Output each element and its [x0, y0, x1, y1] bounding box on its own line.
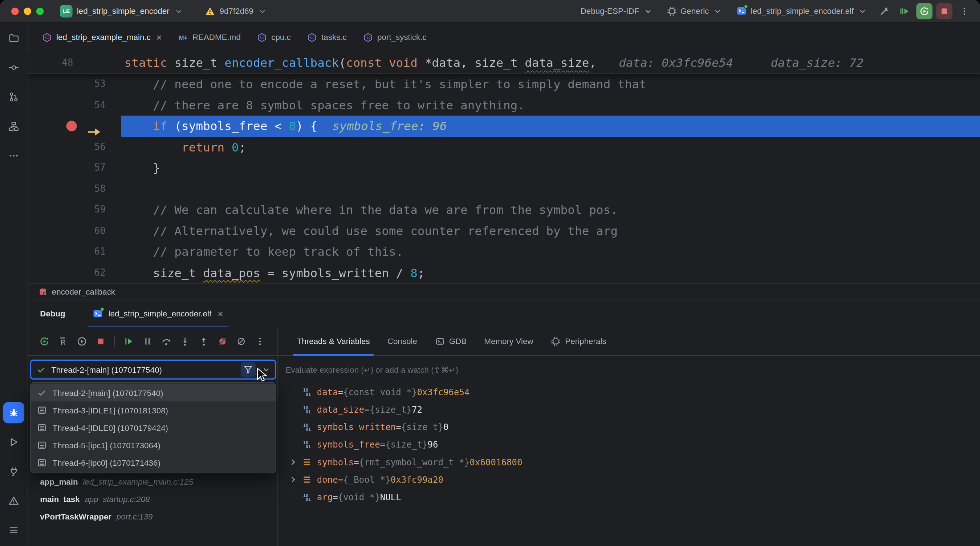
vcs-branch-widget[interactable]: 9d7f2d69 — [202, 4, 272, 18]
tab-readme[interactable]: M README.md — [170, 22, 249, 52]
line-number[interactable]: 58 — [94, 178, 106, 199]
resume-program-button[interactable] — [121, 333, 137, 349]
expand-chevron-icon[interactable] — [288, 457, 302, 467]
sidebar-item-run[interactable] — [3, 431, 24, 453]
gutter[interactable]: 54 — [28, 95, 121, 116]
code-line[interactable]: 54 // there are 8 symbol spaces free to … — [28, 95, 980, 116]
stop-button-titlebar[interactable] — [936, 3, 953, 19]
thread-option[interactable]: Thread-2-[main] (1070177540) — [30, 384, 275, 401]
code-line[interactable]: 56 return 0; — [28, 137, 980, 158]
resume-button[interactable] — [74, 333, 90, 349]
sidebar-item-project[interactable] — [3, 28, 24, 49]
variable-row[interactable]: 1001data_size = {size_t} 72 — [278, 401, 980, 418]
sidebar-item-debug[interactable] — [3, 402, 24, 423]
tab-threads-variables[interactable]: Threads & Variables — [288, 327, 379, 355]
stop-button[interactable] — [92, 333, 109, 349]
gutter[interactable]: 56 — [28, 137, 121, 158]
target-selector[interactable]: Generic — [662, 4, 728, 18]
gutter[interactable]: 57 — [28, 158, 121, 179]
zoom-window-button[interactable] — [36, 7, 44, 15]
gutter[interactable] — [28, 116, 121, 137]
sidebar-item-more[interactable] — [3, 145, 24, 166]
line-number[interactable]: 53 — [94, 74, 106, 95]
gutter[interactable]: 58 — [28, 178, 121, 199]
variable-row[interactable]: symbols = {rmt_symbol_word_t *} 0x600168… — [278, 454, 980, 471]
more-menu-button[interactable] — [956, 3, 973, 19]
thread-option[interactable]: Thread-3-[IDLE1] (1070181308) — [30, 401, 275, 419]
stack-frame[interactable]: main_taskapp_startup.c:208 — [28, 490, 278, 508]
variable-row[interactable]: 1001arg = {void *} NULL — [278, 488, 980, 506]
stack-frame[interactable]: vPortTaskWrapperport.c:139 — [28, 508, 278, 525]
line-number[interactable]: 61 — [94, 241, 106, 262]
project-widget[interactable]: LE led_strip_simple_encoder — [56, 3, 188, 19]
run-environment-selector[interactable]: Debug-ESP-IDF — [576, 4, 658, 18]
filter-threads-button[interactable] — [241, 362, 256, 377]
run-configuration-selector[interactable]: led_strip_simple_encoder.elf — [731, 4, 872, 18]
rerun-debug-button[interactable] — [916, 3, 932, 19]
gutter[interactable]: 59 — [28, 199, 121, 221]
sidebar-item-main-menu[interactable] — [3, 519, 24, 541]
close-session-icon[interactable]: × — [218, 309, 223, 319]
step-into-button[interactable] — [177, 333, 193, 349]
line-number[interactable]: 57 — [94, 158, 106, 179]
tab-peripherals[interactable]: Peripherals — [542, 327, 615, 355]
sidebar-item-structure[interactable] — [3, 116, 24, 137]
line-number[interactable]: 60 — [94, 221, 106, 242]
close-tab-icon[interactable]: × — [156, 33, 162, 42]
variable-row[interactable]: 1001data = {const void *} 0x3fc96e54 — [278, 383, 980, 401]
code-editor[interactable]: 53 // need one to encode a reset, but it… — [28, 53, 980, 283]
debug-session-tab[interactable]: led_strip_simple_encoder.elf × — [88, 300, 228, 327]
line-number[interactable]: 59 — [94, 199, 106, 221]
stack-frame[interactable]: app_mainled_strip_example_main.c:125 — [28, 473, 278, 490]
tab-led-strip-example-main[interactable]: C led_strip_example_main.c × — [34, 22, 170, 52]
tab-port-systick[interactable]: C port_systick.c — [355, 22, 434, 52]
code-line[interactable]: 57 } — [28, 158, 980, 179]
evaluate-expression-input[interactable]: Evaluate expression (↵) or add a watch (… — [278, 356, 980, 383]
resume-button-titlebar[interactable] — [896, 3, 912, 19]
code-line[interactable]: 61 // parameter to keep track of this. — [28, 241, 980, 262]
rerun-button[interactable] — [36, 333, 52, 349]
pause-button[interactable] — [140, 333, 156, 349]
breadcrumb-function[interactable]: encoder_callback — [52, 287, 115, 296]
minimize-window-button[interactable] — [24, 7, 31, 15]
close-window-button[interactable] — [11, 7, 19, 15]
tab-memory-view[interactable]: Memory View — [475, 327, 542, 355]
gutter[interactable]: 62 — [28, 262, 121, 283]
tab-console[interactable]: Console — [379, 327, 426, 355]
line-number[interactable]: 54 — [94, 95, 106, 116]
expand-chevron-icon[interactable] — [288, 474, 302, 485]
variable-row[interactable]: 1001symbols_free = {size_t} 96 — [278, 436, 980, 454]
reset-button[interactable]: R — [55, 333, 71, 349]
sidebar-item-branches[interactable] — [3, 86, 24, 108]
line-number[interactable]: 62 — [94, 262, 106, 283]
mute-breakpoints-button[interactable] — [214, 333, 231, 349]
code-line[interactable]: 58 — [28, 178, 980, 199]
sidebar-item-serial-monitor[interactable] — [3, 461, 24, 482]
code-line[interactable]: 59 // We can calculate where in the data… — [28, 199, 980, 221]
step-over-button[interactable] — [158, 333, 174, 349]
thread-option[interactable]: Thread-5-[ipc1] (1070173064) — [30, 436, 275, 454]
variable-row[interactable]: done = {_Bool *} 0x3fc99a20 — [278, 471, 980, 488]
variable-row[interactable]: 1001symbols_written = {size_t} 0 — [278, 419, 980, 436]
breakpoint-icon[interactable] — [66, 121, 76, 131]
gutter[interactable]: 61 — [28, 241, 121, 262]
code-line[interactable]: 60 // Alternatively, we could use some c… — [28, 221, 980, 242]
tab-tasks[interactable]: C tasks.c — [299, 22, 355, 52]
thread-option[interactable]: Thread-4-[IDLE0] (1070179424) — [30, 419, 275, 436]
code-line[interactable]: 53 // need one to encode a reset, but it… — [28, 74, 980, 95]
remove-breakpoint-button[interactable] — [233, 333, 250, 349]
thread-selector-combo[interactable]: Thread-2-[main] (1070177540) — [30, 360, 276, 380]
code-line[interactable]: if (symbols_free < 8) {symbols_free: 96 — [28, 116, 980, 137]
sidebar-item-commit[interactable] — [3, 57, 24, 78]
code-line[interactable]: 62 size_t data_pos = symbols_written / 8… — [28, 262, 980, 283]
sidebar-item-problems[interactable] — [3, 490, 24, 511]
line-number[interactable]: 56 — [94, 137, 106, 158]
sticky-header-line[interactable]: 48 static size_t encoder_callback(const … — [28, 53, 980, 74]
thread-option[interactable]: Thread-6-[ipc0] (1070171436) — [30, 454, 275, 471]
more-button[interactable] — [252, 333, 268, 349]
step-out-button[interactable] — [196, 333, 212, 349]
tab-cpu[interactable]: C cpu.c — [249, 22, 299, 52]
gutter[interactable]: 53 — [28, 74, 121, 95]
tab-gdb[interactable]: GDB — [426, 327, 475, 355]
build-button[interactable] — [876, 3, 892, 19]
